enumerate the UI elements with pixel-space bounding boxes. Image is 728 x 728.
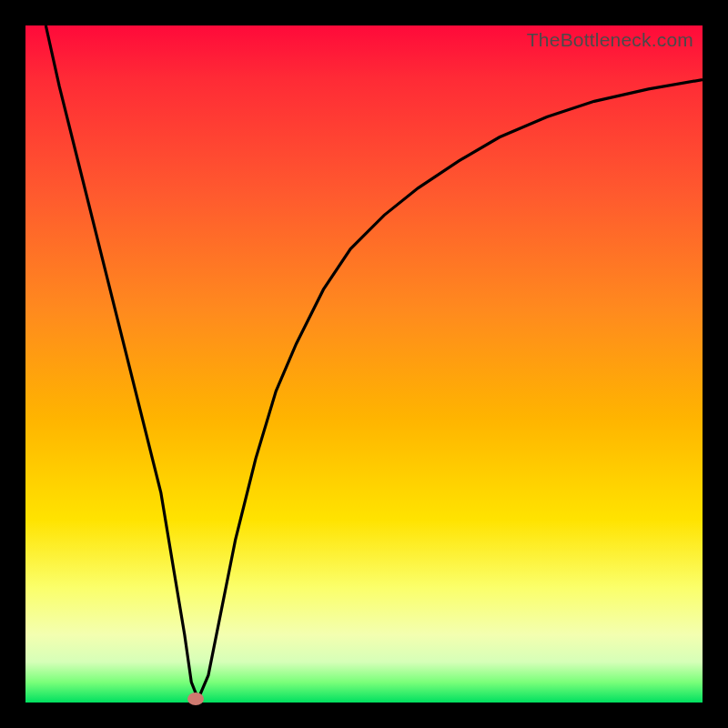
chart-frame: TheBottleneck.com (0, 0, 728, 728)
plot-area: TheBottleneck.com (25, 25, 703, 703)
curve-path (46, 25, 703, 699)
bottleneck-curve (25, 25, 703, 703)
